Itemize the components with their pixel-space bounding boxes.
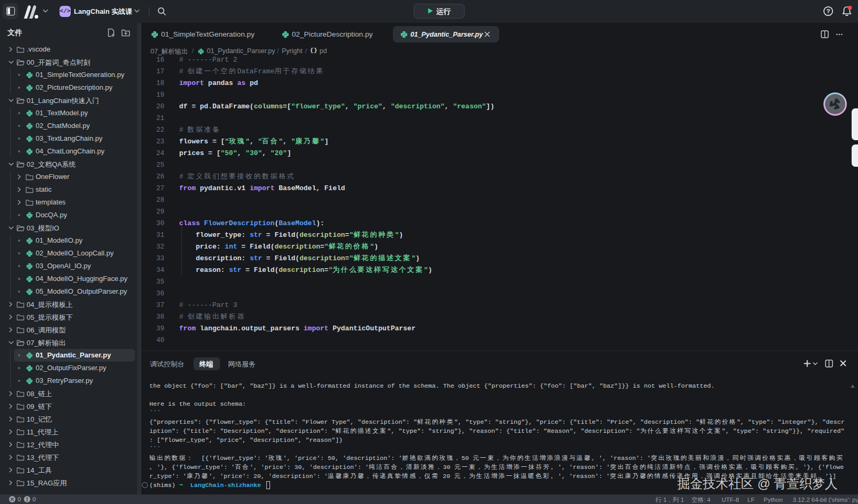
svg-text:?: ? (826, 8, 830, 14)
